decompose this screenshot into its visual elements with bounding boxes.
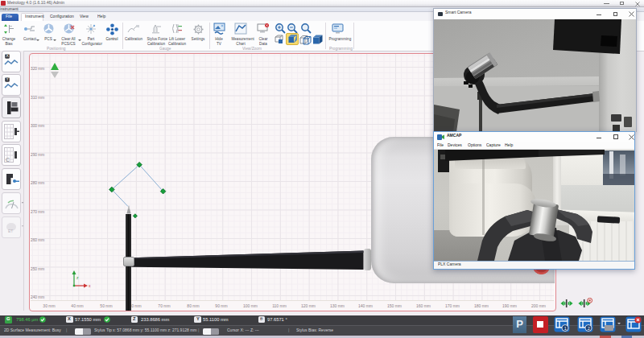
svg-text:ET: ET [8, 229, 13, 233]
svg-text:C: C [6, 157, 10, 163]
svg-text:2: 2 [587, 326, 589, 331]
svg-text:1: 1 [564, 326, 567, 331]
